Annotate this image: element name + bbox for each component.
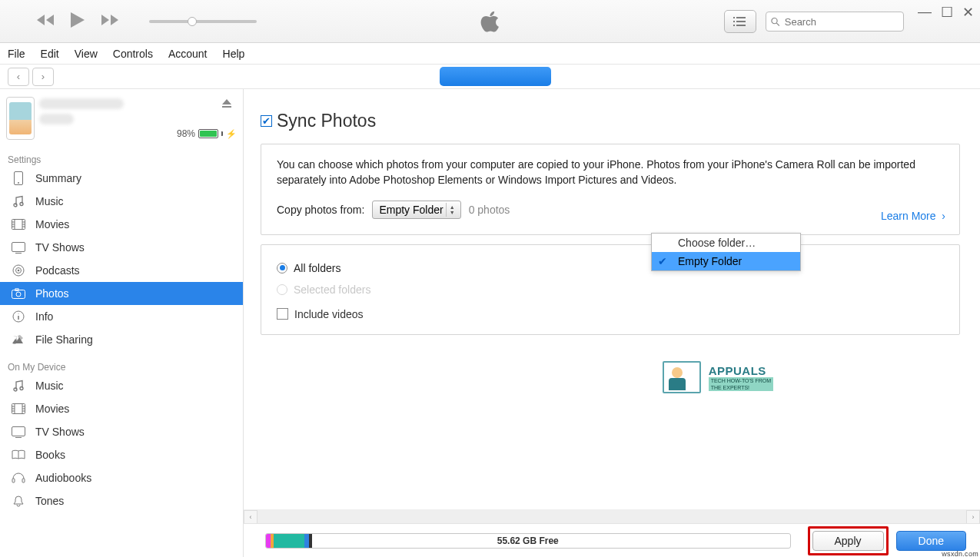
sidebar-item-filesharing[interactable]: File Sharing: [0, 328, 243, 351]
scroll-right-icon[interactable]: ›: [966, 510, 980, 524]
learn-more-link[interactable]: Learn More ›: [881, 210, 945, 222]
search-input[interactable]: [783, 15, 899, 28]
svg-point-14: [16, 292, 21, 297]
device-name: 98% ⚡: [39, 94, 237, 142]
info-text: You can choose which photos from your co…: [277, 157, 944, 188]
sidebar-item-movies[interactable]: Movies: [0, 213, 243, 236]
device-header[interactable]: 98% ⚡: [6, 94, 237, 142]
previous-icon[interactable]: [35, 13, 55, 29]
sidebar-heading-settings: Settings: [0, 150, 243, 167]
maximize-icon[interactable]: ☐: [941, 4, 953, 21]
sidebar-item-podcasts[interactable]: Podcasts: [0, 259, 243, 282]
sidebar-item-label: Summary: [35, 172, 81, 184]
svg-point-0: [733, 17, 735, 18]
sidebar-item-summary[interactable]: Summary: [0, 167, 243, 190]
charging-icon: ⚡: [226, 129, 237, 139]
list-view-button[interactable]: [724, 10, 756, 33]
menu-view[interactable]: View: [75, 48, 98, 60]
back-button[interactable]: ‹: [8, 68, 29, 86]
sidebar-item-label: Info: [35, 310, 53, 323]
sidebar-item-label: Movies: [35, 218, 69, 230]
next-icon[interactable]: [100, 13, 120, 29]
dropdown-option-choose[interactable]: Choose folder…: [652, 234, 800, 252]
battery-percent: 98%: [177, 128, 195, 139]
scroll-left-icon[interactable]: ‹: [244, 510, 257, 524]
sync-photos-checkbox[interactable]: ✔: [261, 115, 272, 127]
svg-rect-9: [12, 242, 25, 251]
volume-slider[interactable]: [149, 20, 257, 23]
dropdown-option-empty[interactable]: ✔Empty Folder: [652, 252, 800, 270]
bottom-bar: 55.62 GB Free Apply Done: [244, 523, 980, 557]
sidebar-heading-device: On My Device: [0, 357, 243, 374]
search-icon: [771, 17, 780, 27]
sidebar-device-books[interactable]: Books: [0, 443, 243, 466]
svg-rect-20: [12, 426, 25, 436]
sidebar-item-photos[interactable]: Photos: [0, 282, 243, 305]
photo-icon: [11, 288, 26, 299]
eject-icon[interactable]: [221, 98, 232, 111]
device-thumbnail-icon: [6, 97, 35, 140]
music-icon: [11, 380, 26, 392]
source-tag: wsxdn.com: [942, 550, 978, 557]
podcast-icon: [11, 264, 26, 277]
svg-rect-21: [12, 479, 15, 482]
apply-highlight: Apply: [808, 526, 889, 555]
tv-icon: [11, 426, 26, 438]
sidebar-device-audiobooks[interactable]: Audiobooks: [0, 466, 243, 489]
svg-point-1: [733, 21, 735, 22]
svg-rect-22: [22, 479, 25, 482]
menu-account[interactable]: Account: [168, 48, 208, 60]
sidebar-item-label: File Sharing: [35, 333, 93, 346]
sidebar: 98% ⚡ Settings Summary Music Movies TV S…: [0, 89, 244, 557]
dropdown-menu: Choose folder… ✔Empty Folder: [651, 233, 801, 271]
checkbox-label: Include videos: [294, 308, 364, 320]
tv-icon: [11, 242, 26, 254]
main-pane: ✔ Sync Photos You can choose which photo…: [244, 89, 980, 557]
menu-help[interactable]: Help: [223, 48, 245, 60]
info-box: You can choose which photos from your co…: [261, 144, 960, 235]
sidebar-device-movies[interactable]: Movies: [0, 397, 243, 420]
include-videos-checkbox[interactable]: Include videos: [277, 308, 944, 320]
radio-all-folders[interactable]: All folders: [277, 257, 944, 279]
page-title: Sync Photos: [277, 111, 376, 131]
sidebar-device-tvshows[interactable]: TV Shows: [0, 420, 243, 443]
folder-options-box: All folders Selected folders Include vid…: [261, 244, 960, 335]
horizontal-scrollbar[interactable]: ‹ ›: [244, 509, 980, 523]
done-button[interactable]: Done: [896, 531, 966, 551]
chevron-updown-icon: ▲▼: [446, 203, 458, 217]
sidebar-item-label: Movies: [35, 403, 69, 415]
sidebar-device-tones[interactable]: Tones: [0, 489, 243, 512]
sidebar-item-label: Music: [35, 195, 64, 207]
svg-point-12: [18, 270, 20, 272]
sidebar-item-info[interactable]: Info: [0, 305, 243, 328]
svg-point-5: [18, 182, 19, 184]
device-tab-pill[interactable]: [440, 67, 551, 86]
sidebar-item-label: Tones: [35, 495, 64, 507]
free-space-label: 55.62 GB Free: [266, 534, 790, 548]
sidebar-device-music[interactable]: Music: [0, 374, 243, 397]
menu-file[interactable]: File: [8, 48, 25, 60]
apply-button[interactable]: Apply: [812, 531, 884, 551]
svg-rect-13: [12, 290, 25, 299]
sidebar-item-music[interactable]: Music: [0, 190, 243, 213]
copy-from-dropdown[interactable]: Empty Folder ▲▼: [372, 201, 460, 219]
battery-icon: [198, 129, 218, 138]
menu-edit[interactable]: Edit: [41, 48, 59, 60]
forward-button[interactable]: ›: [32, 68, 54, 86]
capacity-bar: 55.62 GB Free: [265, 533, 791, 549]
minimize-icon[interactable]: —: [918, 4, 932, 21]
share-icon: [11, 334, 26, 345]
radio-label: All folders: [294, 262, 341, 274]
battery-status: 98% ⚡: [177, 128, 237, 139]
sidebar-item-tvshows[interactable]: TV Shows: [0, 236, 243, 259]
play-icon[interactable]: [69, 11, 86, 31]
close-icon[interactable]: ✕: [962, 4, 974, 21]
sidebar-item-label: Podcasts: [35, 264, 80, 277]
svg-point-2: [733, 25, 735, 26]
svg-point-18: [20, 387, 23, 390]
sidebar-item-label: Photos: [35, 287, 69, 300]
menu-controls[interactable]: Controls: [113, 48, 153, 60]
movie-icon: [11, 403, 26, 414]
search-field[interactable]: [766, 12, 904, 31]
copy-from-label: Copy photos from:: [277, 204, 364, 216]
